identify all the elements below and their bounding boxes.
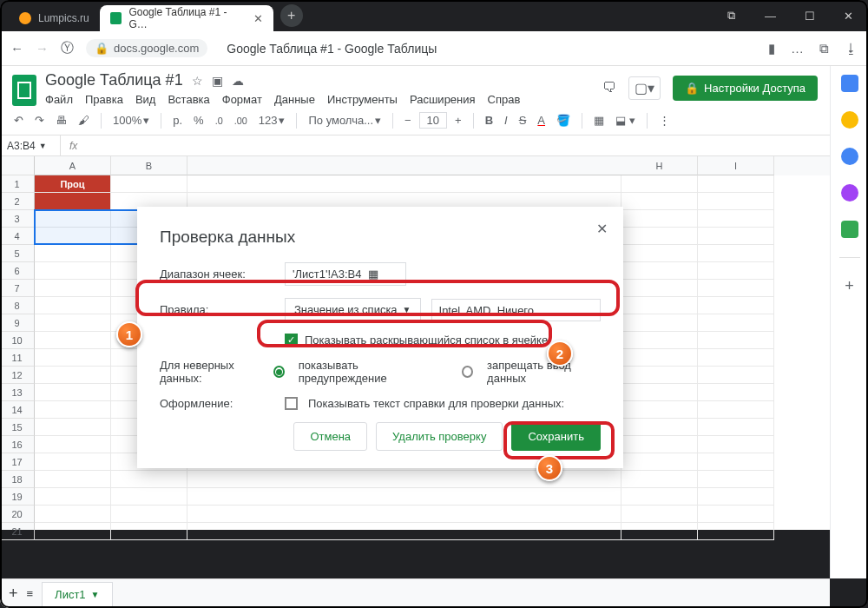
row-head[interactable]: 14 xyxy=(0,401,35,419)
row-head[interactable]: 20 xyxy=(0,506,35,523)
row-head[interactable]: 3 xyxy=(0,210,35,228)
tasks-icon[interactable] xyxy=(841,148,858,165)
radio-reject[interactable] xyxy=(462,366,473,378)
maximize-button[interactable]: ☐ xyxy=(790,0,829,31)
menu-dots-icon[interactable]: … xyxy=(791,41,804,56)
present-icon[interactable]: ▢▾ xyxy=(628,76,661,100)
add-addon-icon[interactable]: + xyxy=(845,277,854,295)
maps-icon[interactable] xyxy=(841,221,858,238)
menu-file[interactable]: Файл xyxy=(45,93,73,106)
yandex-icon[interactable]: Ⓨ xyxy=(61,40,74,56)
star-icon[interactable]: ☆ xyxy=(192,74,203,88)
new-tab-button[interactable]: + xyxy=(280,4,303,27)
size-plus[interactable]: + xyxy=(451,112,465,129)
row-head[interactable]: 8 xyxy=(0,297,35,314)
row-head[interactable]: 7 xyxy=(0,280,35,297)
dialog-close-icon[interactable]: ✕ xyxy=(596,221,608,237)
menu-data[interactable]: Данные xyxy=(274,93,315,106)
bold-button[interactable]: B xyxy=(482,112,496,129)
zoom-select[interactable]: 100% ▾ xyxy=(109,112,153,129)
row-head[interactable]: 9 xyxy=(0,314,35,332)
menu-edit[interactable]: Правка xyxy=(85,93,123,106)
comments-icon[interactable]: 🗨 xyxy=(602,80,616,96)
text-color-button[interactable]: A xyxy=(534,112,549,129)
more-icon[interactable]: ⋮ xyxy=(655,112,674,129)
share-button[interactable]: 🔒 Настройки Доступа xyxy=(673,76,818,101)
name-box[interactable]: A3:B4▼ xyxy=(0,135,61,155)
move-icon[interactable]: ▣ xyxy=(212,74,223,88)
select-all-corner[interactable] xyxy=(0,156,35,175)
row-head[interactable]: 13 xyxy=(0,384,35,401)
percent-button[interactable]: % xyxy=(190,112,207,129)
calendar-icon[interactable] xyxy=(841,75,858,92)
dec-more-button[interactable]: .00 xyxy=(231,114,251,128)
contacts-icon[interactable] xyxy=(841,184,858,202)
screenshot-icon[interactable]: ⧉ xyxy=(712,0,751,31)
row-head[interactable]: 1 xyxy=(0,175,35,193)
keep-icon[interactable] xyxy=(841,111,858,129)
font-size-input[interactable]: 10 xyxy=(419,112,447,129)
row-head[interactable]: 10 xyxy=(0,332,35,349)
undo-icon[interactable]: ↶ xyxy=(10,112,27,129)
sheets-logo-icon[interactable] xyxy=(12,75,36,106)
row-head[interactable]: 15 xyxy=(0,419,35,436)
font-select[interactable]: По умолча... ▾ xyxy=(305,112,385,129)
row-head[interactable]: 12 xyxy=(0,367,35,384)
size-minus[interactable]: − xyxy=(401,112,415,129)
menu-tools[interactable]: Инструменты xyxy=(327,93,398,106)
add-sheet-icon[interactable]: + xyxy=(9,585,18,603)
cell-a2[interactable] xyxy=(35,193,111,210)
row-head[interactable]: 4 xyxy=(0,228,35,245)
radio-warn[interactable] xyxy=(273,366,285,378)
row-head[interactable]: 11 xyxy=(0,349,35,367)
currency-button[interactable]: р. xyxy=(169,112,186,129)
sheet-tab-1[interactable]: Лист1▼ xyxy=(42,582,112,606)
print-icon[interactable]: 🖶 xyxy=(52,112,70,129)
minimize-button[interactable]: ― xyxy=(751,0,790,31)
url-pill[interactable]: 🔒 docs.google.com xyxy=(86,39,207,57)
show-dropdown-checkbox[interactable]: ✓ xyxy=(285,334,298,347)
col-head[interactable]: I xyxy=(698,156,774,175)
back-icon[interactable]: ← xyxy=(10,41,23,56)
range-input[interactable]: 'Лист1'!A3:B4 ▦ xyxy=(285,262,406,286)
row-head[interactable]: 19 xyxy=(0,488,35,506)
close-window-button[interactable]: ✕ xyxy=(829,0,868,31)
help-text-checkbox[interactable] xyxy=(285,397,298,410)
bookmark-icon[interactable]: ▮ xyxy=(768,41,775,56)
row-head[interactable]: 16 xyxy=(0,436,35,453)
document-title[interactable]: Google Таблица #1 xyxy=(45,71,183,89)
cell-a1[interactable]: Проц xyxy=(35,175,111,193)
extensions-icon[interactable]: ⧉ xyxy=(819,41,829,56)
row-head[interactable]: 6 xyxy=(0,262,35,280)
delete-validation-button[interactable]: Удалить проверку xyxy=(376,422,503,451)
menu-format[interactable]: Формат xyxy=(222,93,262,106)
col-head[interactable]: A xyxy=(35,156,111,175)
col-head[interactable]: B xyxy=(111,156,187,175)
rule-type-dropdown[interactable]: Значение из списка▼ xyxy=(285,298,421,321)
fill-color-button[interactable]: 🪣 xyxy=(553,112,574,129)
row-head[interactable]: 21 xyxy=(0,523,35,540)
save-button[interactable]: Сохранить xyxy=(511,422,601,451)
cloud-saved-icon[interactable]: ☁ xyxy=(232,74,244,88)
browser-tab-sheets[interactable]: Google Таблица #1 - G… ✕ xyxy=(100,5,273,31)
italic-button[interactable]: I xyxy=(501,112,511,129)
menu-extensions[interactable]: Расширения xyxy=(410,93,476,106)
close-tab-icon[interactable]: ✕ xyxy=(253,12,263,25)
browser-tab-lumpics[interactable]: Lumpics.ru xyxy=(9,5,100,31)
grid-picker-icon[interactable]: ▦ xyxy=(368,268,378,281)
row-head[interactable]: 5 xyxy=(0,245,35,262)
dec-less-button[interactable]: .0 xyxy=(212,114,227,128)
menu-help[interactable]: Справ xyxy=(488,93,521,106)
borders-button[interactable]: ▦ xyxy=(590,112,608,129)
row-head[interactable]: 2 xyxy=(0,193,35,210)
num-format-button[interactable]: 123 ▾ xyxy=(255,112,289,129)
all-sheets-icon[interactable]: ≡ xyxy=(27,587,34,600)
paint-format-icon[interactable]: 🖌 xyxy=(75,112,93,129)
col-head[interactable]: H xyxy=(621,156,698,175)
rule-values-input[interactable]: Intel, AMD, Ничего xyxy=(431,299,601,321)
strike-button[interactable]: S xyxy=(516,112,530,129)
cancel-button[interactable]: Отмена xyxy=(293,422,367,451)
download-icon[interactable]: ⭳ xyxy=(845,41,858,56)
menu-insert[interactable]: Вставка xyxy=(168,93,209,106)
row-head[interactable]: 18 xyxy=(0,471,35,488)
